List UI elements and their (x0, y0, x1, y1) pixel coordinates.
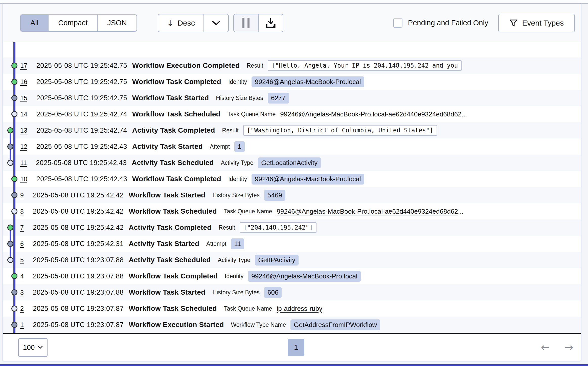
event-attr-value-chip: 606 (264, 287, 282, 298)
event-status-dot (11, 322, 17, 328)
pending-failed-checkbox[interactable] (393, 18, 402, 28)
event-id-link[interactable]: 11 (20, 159, 27, 167)
event-timestamp: 2025-05-08 UTC 19:25:42.42 (33, 208, 124, 215)
event-attr-label: Result (219, 224, 235, 231)
event-row: 15 2025-05-08 UTC 19:25:42.75 Workflow T… (3, 90, 581, 106)
current-page-button[interactable]: 1 (288, 339, 304, 356)
event-status-dot (7, 144, 13, 150)
event-result-code: ["Hello, Angela. Your IP is 204.148.195.… (268, 60, 462, 71)
event-row: 5 2025-05-08 UTC 19:23:07.88 Activity Ta… (3, 252, 581, 268)
event-attr-value-chip: 6277 (268, 93, 289, 104)
event-name: Workflow Execution Completed (132, 62, 240, 70)
event-attr-value-chip: 99246@Angelas-MacBook-Pro.local (248, 271, 361, 282)
event-timestamp: 2025-05-08 UTC 19:23:07.88 (33, 272, 124, 280)
event-attr-value-link[interactable]: ip-address-ruby (277, 305, 322, 313)
event-status-dot (11, 273, 17, 279)
event-name: Activity Task Scheduled (132, 159, 214, 167)
event-attr-value-chip: GetIPActivity (255, 255, 299, 266)
view-mode-segmented-control: All Compact JSON (20, 14, 137, 32)
page-size-select[interactable]: 100 (18, 338, 48, 357)
event-row: 3 2025-05-08 UTC 19:23:07.88 Workflow Ta… (3, 284, 581, 300)
event-name: Workflow Task Scheduled (132, 110, 220, 118)
sort-desc-button[interactable]: ↓ Desc (158, 14, 204, 32)
event-id-link[interactable]: 17 (20, 62, 27, 69)
event-timestamp: 2025-05-08 UTC 19:23:07.87 (33, 305, 124, 313)
event-timestamp: 2025-05-08 UTC 19:25:42.43 (36, 175, 127, 183)
event-status-dot (11, 306, 17, 312)
arrow-down-icon: ↓ (167, 18, 174, 28)
pause-button[interactable] (233, 14, 258, 32)
event-id-link[interactable]: 14 (20, 111, 27, 118)
next-page-arrow-icon[interactable]: → (564, 342, 573, 353)
event-attr-label: History Size Bytes (212, 289, 260, 296)
event-name: Workflow Task Started (132, 94, 209, 102)
event-history-list: 17 2025-05-08 UTC 19:25:42.75 Workflow E… (3, 42, 581, 333)
event-status-dot (7, 241, 13, 247)
chevron-down-icon (38, 346, 43, 349)
event-id-link[interactable]: 10 (20, 175, 27, 183)
event-row: 2 2025-05-08 UTC 19:23:07.87 Workflow Ta… (3, 300, 581, 317)
event-id-link[interactable]: 12 (20, 143, 27, 150)
download-button[interactable] (258, 14, 283, 32)
event-status-dot (11, 208, 17, 214)
event-attr-label: History Size Bytes (216, 95, 263, 101)
event-timestamp: 2025-05-08 UTC 19:25:42.43 (36, 143, 127, 151)
event-id-link[interactable]: 3 (20, 289, 24, 296)
event-attr-value-chip: 99246@Angelas-MacBook-Pro.local (252, 76, 364, 87)
playback-export-group (233, 14, 283, 32)
event-row: 14 2025-05-08 UTC 19:25:42.74 Workflow T… (3, 106, 581, 122)
event-attr-value-link[interactable]: 99246@Angelas-MacBook-Pro.local-ae62d440… (280, 110, 461, 118)
event-name: Activity Task Started (132, 143, 203, 151)
event-attr-label: Identity (228, 176, 247, 182)
event-id-link[interactable]: 6 (20, 240, 24, 248)
event-attr-label: Attempt (210, 143, 230, 150)
event-types-button[interactable]: Event Types (498, 14, 575, 32)
event-id-link[interactable]: 7 (20, 224, 24, 231)
page-top-strip (0, 0, 588, 4)
previous-page-arrow-icon[interactable]: ← (541, 342, 550, 353)
event-row: 10 2025-05-08 UTC 19:25:42.43 Workflow T… (3, 171, 581, 187)
event-status-dot (7, 257, 13, 263)
view-mode-compact-button[interactable]: Compact (48, 14, 97, 32)
pending-failed-filter: Pending and Failed Only (393, 18, 488, 28)
event-attr-label: Result (247, 62, 263, 69)
event-status-dot (11, 95, 17, 101)
event-timestamp: 2025-05-08 UTC 19:25:42.74 (36, 110, 127, 118)
event-id-link[interactable]: 13 (20, 127, 27, 134)
event-id-link[interactable]: 8 (20, 208, 24, 215)
event-name: Workflow Task Scheduled (129, 207, 217, 215)
event-attr-label: Result (222, 127, 239, 134)
sort-dropdown-button[interactable] (204, 14, 229, 32)
event-attr-value-link[interactable]: 99246@Angelas-MacBook-Pro.local-ae62d440… (277, 208, 458, 215)
event-name: Workflow Task Started (129, 288, 205, 296)
event-id-link[interactable]: 5 (20, 256, 24, 264)
view-mode-all-button[interactable]: All (20, 14, 48, 32)
event-result-code: ["Washington, District of Columbia, Unit… (243, 125, 437, 136)
event-timestamp: 2025-05-08 UTC 19:23:07.88 (33, 256, 124, 264)
event-status-dot (11, 176, 17, 182)
event-attr-label: Activity Type (218, 257, 251, 263)
event-attr-value-chip: 5469 (264, 190, 285, 201)
event-status-dot (7, 127, 13, 133)
event-attr-label: Activity Type (221, 159, 254, 166)
event-attr-label: Workflow Type Name (231, 321, 286, 328)
event-timestamp: 2025-05-08 UTC 19:25:42.75 (36, 94, 127, 102)
event-history-panel: All Compact JSON ↓ Desc (3, 4, 581, 361)
event-id-link[interactable]: 15 (20, 94, 27, 102)
event-status-dot (11, 289, 17, 295)
event-timestamp: 2025-05-08 UTC 19:25:42.43 (36, 159, 127, 167)
event-attr-value-chip: 1 (234, 141, 244, 152)
download-icon (266, 18, 276, 28)
view-mode-json-button[interactable]: JSON (97, 14, 137, 32)
event-id-link[interactable]: 16 (20, 78, 27, 86)
event-id-link[interactable]: 4 (20, 273, 24, 280)
event-id-link[interactable]: 9 (20, 192, 24, 199)
truncation-ellipsis: ... (462, 110, 467, 118)
pause-icon (242, 18, 250, 28)
event-attr-label: Identity (228, 78, 247, 85)
event-id-link[interactable]: 2 (20, 305, 24, 312)
event-name: Activity Task Completed (129, 223, 212, 232)
event-row: 4 2025-05-08 UTC 19:23:07.88 Workflow Ta… (3, 268, 581, 284)
event-id-link[interactable]: 1 (20, 321, 24, 329)
event-timestamp: 2025-05-08 UTC 19:25:42.42 (33, 191, 124, 199)
